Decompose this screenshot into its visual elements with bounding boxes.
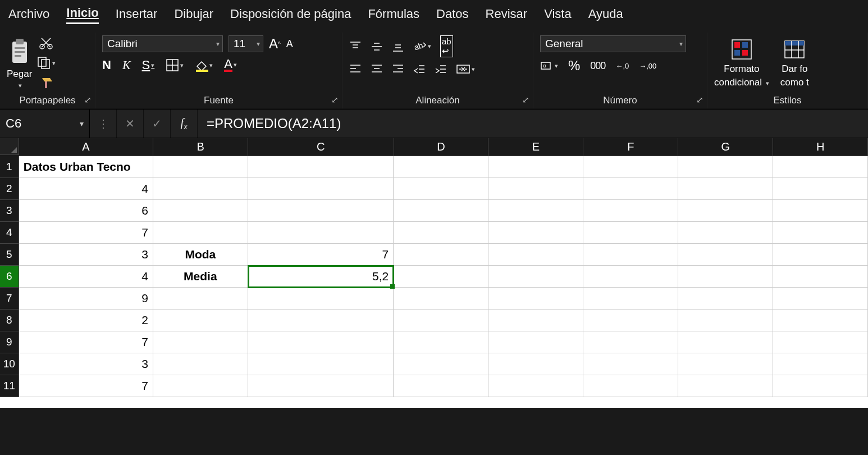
cell-H5[interactable]: [773, 244, 868, 266]
col-header-G[interactable]: G: [678, 138, 773, 156]
format-painter-button[interactable]: [36, 76, 56, 90]
comma-style-button[interactable]: 000: [590, 60, 605, 72]
cell-H4[interactable]: [773, 222, 868, 244]
cell-C2[interactable]: [248, 178, 394, 200]
cell-D6[interactable]: [394, 266, 488, 288]
cell-F9[interactable]: [583, 331, 678, 353]
cell-B2[interactable]: [153, 178, 248, 200]
tab-archivo[interactable]: Archivo: [8, 7, 49, 24]
row-header[interactable]: 6: [0, 266, 19, 288]
col-header-B[interactable]: B: [153, 138, 248, 156]
cell-E2[interactable]: [488, 178, 583, 200]
increase-decimal-button[interactable]: ←,0: [615, 62, 629, 70]
cell-D7[interactable]: [394, 288, 488, 310]
cell-H11[interactable]: [773, 375, 868, 397]
cell-G1[interactable]: [678, 156, 773, 178]
tab-revisar[interactable]: Revisar: [486, 7, 528, 24]
format-as-table-button[interactable]: Dar fo como t: [780, 38, 809, 88]
align-top-button[interactable]: [349, 40, 362, 53]
conditional-format-button[interactable]: Formato condicional ▾: [714, 38, 769, 88]
cell-E9[interactable]: [488, 331, 583, 353]
cell-B1[interactable]: [153, 156, 248, 178]
cell-A7[interactable]: 9: [19, 288, 153, 310]
tab-ayuda[interactable]: Ayuda: [588, 7, 623, 24]
font-launcher[interactable]: ⤢: [331, 95, 339, 105]
bold-button[interactable]: N: [102, 58, 111, 72]
cell-E7[interactable]: [488, 288, 583, 310]
cell-B11[interactable]: [153, 375, 248, 397]
font-size-select[interactable]: 11 ▾: [229, 35, 263, 52]
percent-button[interactable]: %: [568, 58, 580, 74]
wrap-text-button[interactable]: ab↩: [440, 35, 453, 57]
cell-C7[interactable]: [248, 288, 394, 310]
paste-button[interactable]: Pegar ▾: [7, 37, 32, 89]
cell-F7[interactable]: [583, 288, 678, 310]
cell-G2[interactable]: [678, 178, 773, 200]
row-header[interactable]: 8: [0, 310, 19, 331]
tab-disposicion[interactable]: Disposición de página: [230, 7, 351, 24]
cell-G5[interactable]: [678, 244, 773, 266]
tab-inicio[interactable]: Inicio: [66, 6, 98, 24]
cell-B5[interactable]: Moda: [153, 244, 248, 266]
cell-E10[interactable]: [488, 353, 583, 375]
cell-C3[interactable]: [248, 200, 394, 222]
spreadsheet-grid[interactable]: A B C D E F G H 1Datos Urban Tecno243647…: [0, 138, 868, 408]
tab-vista[interactable]: Vista: [544, 7, 572, 24]
font-color-button[interactable]: A▾: [224, 58, 237, 72]
cell-D5[interactable]: [394, 244, 488, 266]
decrease-decimal-button[interactable]: →,00: [639, 62, 656, 70]
cell-H2[interactable]: [773, 178, 868, 200]
cell-G4[interactable]: [678, 222, 773, 244]
cell-G7[interactable]: [678, 288, 773, 310]
cell-A4[interactable]: 7: [19, 222, 153, 244]
cancel-formula-button[interactable]: ✕: [117, 110, 144, 138]
row-header[interactable]: 3: [0, 200, 19, 222]
tab-insertar[interactable]: Insertar: [116, 7, 158, 24]
cell-F2[interactable]: [583, 178, 678, 200]
cell-C1[interactable]: [248, 156, 394, 178]
row-header[interactable]: 9: [0, 331, 19, 353]
cell-E6[interactable]: [488, 266, 583, 288]
row-header[interactable]: 1: [0, 156, 19, 178]
row-header[interactable]: 5: [0, 244, 19, 266]
cell-B10[interactable]: [153, 353, 248, 375]
cell-B4[interactable]: [153, 222, 248, 244]
cell-D10[interactable]: [394, 353, 488, 375]
cell-D2[interactable]: [394, 178, 488, 200]
col-header-E[interactable]: E: [488, 138, 583, 156]
cell-B6[interactable]: Media: [153, 266, 248, 288]
cell-C4[interactable]: [248, 222, 394, 244]
cell-B8[interactable]: [153, 310, 248, 331]
merge-center-button[interactable]: ▾: [456, 63, 475, 75]
cell-F3[interactable]: [583, 200, 678, 222]
cell-F1[interactable]: [583, 156, 678, 178]
cell-E5[interactable]: [488, 244, 583, 266]
cell-C11[interactable]: [248, 375, 394, 397]
cell-E4[interactable]: [488, 222, 583, 244]
cell-F8[interactable]: [583, 310, 678, 331]
name-box[interactable]: C6 ▾: [0, 110, 90, 138]
cell-H10[interactable]: [773, 353, 868, 375]
cell-A11[interactable]: 7: [19, 375, 153, 397]
align-center-button[interactable]: [371, 63, 383, 75]
col-header-C[interactable]: C: [248, 138, 394, 156]
cell-E11[interactable]: [488, 375, 583, 397]
cell-H8[interactable]: [773, 310, 868, 331]
cell-D4[interactable]: [394, 222, 488, 244]
copy-button[interactable]: ▾: [36, 56, 56, 70]
fill-color-button[interactable]: ▾: [195, 58, 213, 72]
cell-B3[interactable]: [153, 200, 248, 222]
tab-formulas[interactable]: Fórmulas: [368, 7, 419, 24]
align-middle-button[interactable]: [371, 40, 383, 53]
row-header[interactable]: 4: [0, 222, 19, 244]
cell-C10[interactable]: [248, 353, 394, 375]
clipboard-launcher[interactable]: ⤢: [84, 95, 92, 105]
cell-G6[interactable]: [678, 266, 773, 288]
cell-A1[interactable]: Datos Urban Tecno: [19, 156, 153, 178]
cell-A5[interactable]: 3: [19, 244, 153, 266]
row-header[interactable]: 11: [0, 375, 19, 397]
font-name-select[interactable]: Calibri ▾: [102, 35, 223, 52]
orientation-button[interactable]: ab▾: [413, 40, 431, 53]
formula-input[interactable]: [198, 110, 868, 138]
fx-button[interactable]: fx: [171, 110, 198, 138]
